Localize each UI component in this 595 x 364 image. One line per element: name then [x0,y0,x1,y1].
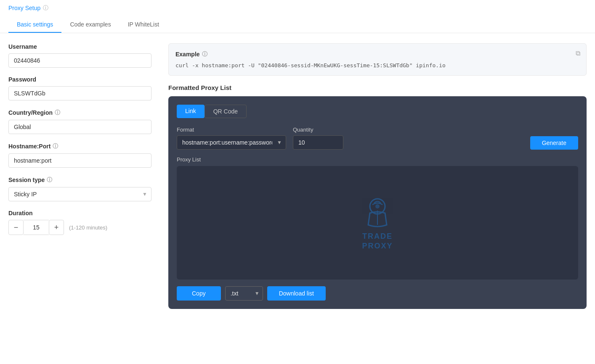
password-input[interactable] [8,86,151,100]
copy-button[interactable]: Copy [177,286,221,301]
hostname-input[interactable] [8,153,151,168]
hostname-label: Hostname:Port ⓘ [8,142,151,150]
username-group: Username [8,43,151,68]
left-panel: Username Password Country/Region ⓘ Hostn… [8,43,151,243]
password-group: Password [8,76,151,100]
qr-tab[interactable]: QR Code [205,105,247,118]
tab-basic-settings[interactable]: Basic settings [8,17,61,33]
duration-minus-button[interactable]: − [8,220,24,235]
hostname-info-icon[interactable]: ⓘ [53,142,58,150]
format-label: Format [177,127,286,133]
svg-point-1 [375,204,380,208]
format-field-group: Format hostname:port:username:password u… [177,127,286,150]
trade-proxy-icon [361,195,394,228]
duration-hint: (1-120 minutes) [69,224,107,231]
generate-button[interactable]: Generate [530,136,578,150]
duration-input[interactable] [24,220,49,235]
bottom-actions: Copy .txt .csv ▼ Download list [177,286,578,301]
country-group: Country/Region ⓘ [8,109,151,134]
ext-select-wrapper: .txt .csv ▼ [225,286,263,301]
example-copy-button[interactable]: ⧉ [576,50,580,57]
formatted-proxy-title: Formatted Proxy List [168,84,587,91]
right-panel: Example ⓘ curl -x hostname:port -U "0244… [168,43,587,309]
format-select-wrapper: hostname:port:username:password username… [177,135,286,150]
session-group: Session type ⓘ Sticky IP Rotating ▼ [8,176,151,201]
ext-select[interactable]: .txt .csv [225,286,263,301]
proxy-setup-info-icon[interactable]: ⓘ [43,4,48,12]
proxy-panel: Link QR Code Format hostname:port:userna… [168,96,587,309]
quantity-input[interactable] [293,135,343,150]
duration-group: Duration − + (1-120 minutes) [8,210,151,235]
link-qr-tabs: Link QR Code [177,105,578,118]
tab-ip-whitelist[interactable]: IP WhiteList [120,17,167,33]
watermark: TRADEPROXY [361,195,394,251]
format-select[interactable]: hostname:port:username:password username… [177,135,286,150]
example-title: Example ⓘ [175,50,579,58]
tab-code-examples[interactable]: Code examples [61,17,119,33]
quantity-label: Quantity [293,127,343,133]
session-select[interactable]: Sticky IP Rotating [8,187,151,201]
main-tabs: Basic settings Code examples IP WhiteLis… [8,17,587,33]
proxy-list-area: TRADEPROXY [177,166,578,280]
watermark-text: TRADEPROXY [362,232,393,251]
username-label: Username [8,43,151,50]
example-box: Example ⓘ curl -x hostname:port -U "0244… [168,43,587,76]
quantity-field-group: Quantity [293,127,343,150]
duration-row: − + (1-120 minutes) [8,220,151,235]
country-input[interactable] [8,120,151,134]
example-info-icon[interactable]: ⓘ [202,50,207,58]
page-title: Proxy Setup [8,5,40,11]
duration-label: Duration [8,210,151,216]
duration-plus-button[interactable]: + [49,220,64,235]
session-select-wrapper: Sticky IP Rotating ▼ [8,187,151,201]
download-button[interactable]: Download list [267,286,326,301]
password-label: Password [8,76,151,83]
username-input[interactable] [8,53,151,68]
proxy-list-label: Proxy List [177,156,578,163]
session-info-icon[interactable]: ⓘ [47,176,52,184]
hostname-group: Hostname:Port ⓘ [8,142,151,168]
example-code: curl -x hostname:port -U "02440846-sessi… [175,62,579,69]
country-info-icon[interactable]: ⓘ [55,109,60,116]
link-tab[interactable]: Link [177,105,205,118]
format-quantity-row: Format hostname:port:username:password u… [177,127,578,150]
session-label: Session type ⓘ [8,176,151,184]
country-label: Country/Region ⓘ [8,109,151,116]
